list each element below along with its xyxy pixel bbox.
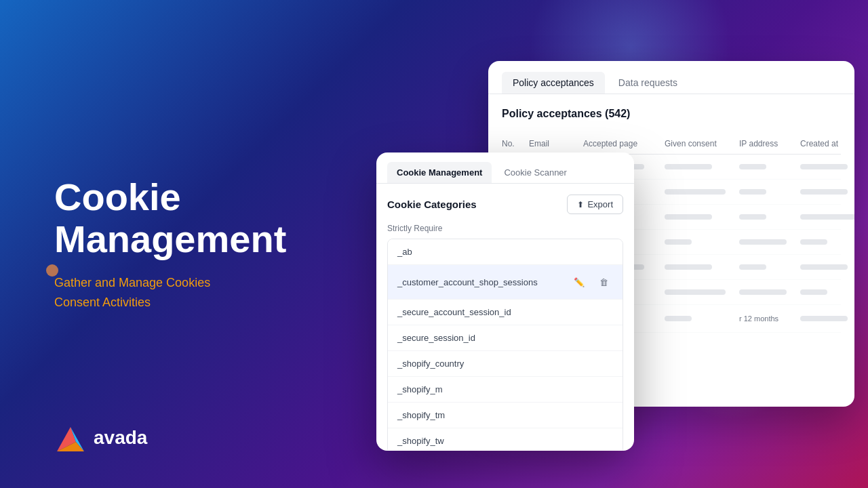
edit-icon[interactable]: ✏️ (570, 272, 589, 291)
cookie-tabs: Cookie Management Cookie Scanner (376, 152, 634, 184)
col-ip-address: IP address (739, 139, 800, 148)
cookie-name: _shopify_tw (397, 436, 444, 446)
brand-logo: avada (54, 422, 147, 454)
cookie-name: _shopify_country (397, 359, 464, 369)
hero-title-line2: Management (54, 217, 286, 260)
cookie-item: _ab (388, 239, 623, 265)
cookie-item: _secure_account_session_id (388, 300, 623, 325)
table-header: No. Email Accepted page Given consent IP… (502, 134, 841, 155)
cookie-item: _shopify_tw (388, 428, 623, 451)
hero-left: Cookie Management Gather and Manage Cook… (54, 176, 286, 312)
col-no: No. (502, 139, 529, 148)
export-label: Export (587, 199, 613, 209)
policy-tabs: Policy acceptances Data requests (488, 61, 854, 94)
cookie-body: Cookie Categories ⬆ Export Strictly Requ… (376, 184, 634, 451)
cookie-item[interactable]: _customer_account_shop_sessions ✏️ 🗑 (388, 265, 623, 300)
section-label: Strictly Require (387, 224, 623, 233)
cookie-name: _secure_account_session_id (397, 307, 511, 317)
col-given-consent: Given consent (665, 139, 739, 148)
deco-circle (46, 264, 58, 277)
hero-subtitle-line2: Consent Activities (54, 296, 151, 309)
cookie-panel: Cookie Management Cookie Scanner Cookie … (376, 152, 634, 451)
cookie-item: _shopify_m (388, 377, 623, 403)
tab-cookie-scanner[interactable]: Cookie Scanner (494, 162, 576, 183)
col-email: Email (529, 139, 583, 148)
delete-icon[interactable]: 🗑 (594, 272, 613, 291)
cookie-name: _shopify_m (397, 384, 442, 394)
cookie-name: _secure_session_id (397, 333, 475, 343)
col-created-at: Created at (800, 139, 854, 148)
cookie-item: _shopify_tm (388, 403, 623, 428)
export-button[interactable]: ⬆ Export (567, 195, 623, 214)
tab-cookie-management[interactable]: Cookie Management (387, 162, 492, 183)
cookie-categories-title: Cookie Categories (387, 199, 477, 210)
cookie-name: _customer_account_shop_sessions (397, 277, 538, 287)
policy-heading: Policy acceptances (542) (502, 108, 841, 120)
brand-name: avada (94, 427, 147, 449)
col-accepted-page: Accepted page (583, 139, 665, 148)
hero-title-line1: Cookie (54, 176, 181, 218)
cookie-name: _ab (397, 247, 412, 257)
avada-logo-icon (54, 422, 87, 454)
cookie-name: _shopify_tm (397, 410, 445, 420)
cookie-list: _ab _customer_account_shop_sessions ✏️ 🗑… (387, 239, 623, 451)
cookie-item: _shopify_country (388, 351, 623, 377)
hero-title: Cookie Management (54, 176, 286, 260)
hero-subtitle-line1: Gather and Manage Cookies (54, 276, 210, 289)
cookie-header-row: Cookie Categories ⬆ Export (387, 195, 623, 214)
cookie-item-actions: ✏️ 🗑 (570, 272, 613, 291)
cookie-item: _secure_session_id (388, 325, 623, 351)
tab-policy-acceptances[interactable]: Policy acceptances (502, 72, 605, 94)
tab-data-requests[interactable]: Data requests (608, 72, 688, 94)
hero-subtitle: Gather and Manage Cookies Consent Activi… (54, 273, 286, 312)
export-icon: ⬆ (577, 200, 584, 209)
